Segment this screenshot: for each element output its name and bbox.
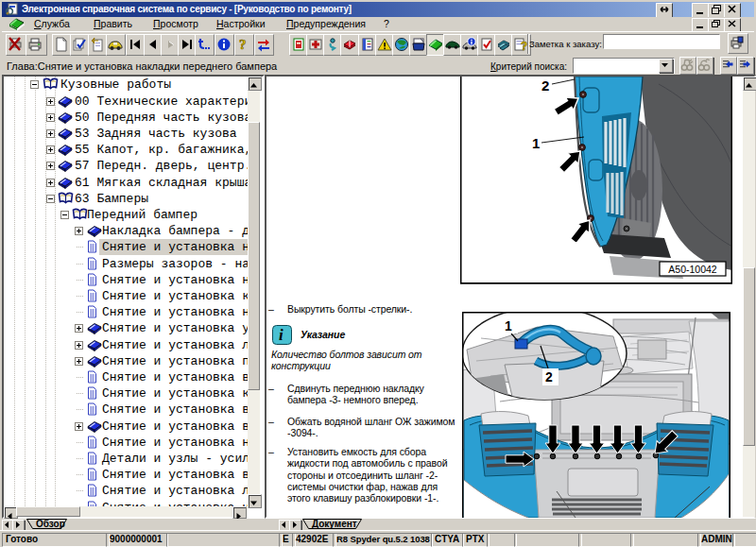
svg-text:A50-10042: A50-10042: [668, 264, 717, 275]
svg-text:?: ?: [239, 37, 247, 52]
svg-text:2: 2: [545, 369, 553, 385]
svg-text:1: 1: [532, 135, 540, 151]
svg-text:Обзор: Обзор: [36, 519, 65, 529]
svg-text:2: 2: [541, 77, 549, 94]
svg-text:1: 1: [505, 318, 512, 333]
svg-text:i: i: [279, 326, 284, 344]
svg-text:Документ: Документ: [312, 519, 357, 529]
